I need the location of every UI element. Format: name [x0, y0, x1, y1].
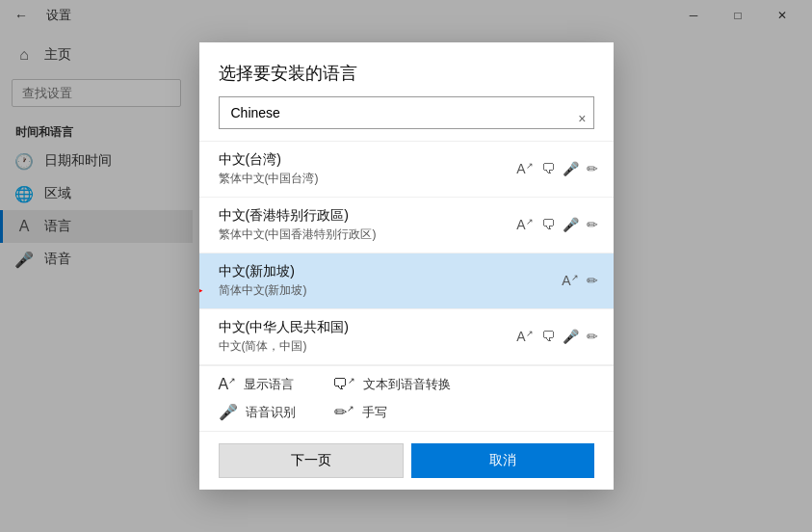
speech-recognition-icon: 🎤 — [563, 329, 579, 345]
legend-row: A↗ 显示语言 🗨↗ 文本到语音转换 — [199, 365, 614, 403]
cancel-button[interactable]: 取消 — [411, 443, 594, 478]
legend-tts-label: 文本到语音转换 — [363, 376, 451, 393]
language-list[interactable]: 中文(台湾) 繁体中文(中国台湾) A↗ 🗨 🎤 ✏ 中文(香港特别行政區) 繁… — [199, 141, 614, 365]
legend-display-lang-icon: A↗ — [219, 376, 237, 393]
list-item[interactable]: 中文(台湾) 繁体中文(中国台湾) A↗ 🗨 🎤 ✏ — [199, 142, 614, 198]
legend-speech-icon: 🎤 — [219, 403, 238, 421]
legend-display-lang-label: 显示语言 — [244, 376, 294, 393]
legend-handwriting-icon: ✏↗ — [334, 403, 354, 421]
next-button[interactable]: 下一页 — [219, 443, 404, 478]
tts-icon: 🗨 — [541, 161, 555, 177]
list-item[interactable]: 中文(新加坡) 简体中文(新加坡) A↗ ✏ ▶ — [199, 253, 614, 309]
display-lang-icon: A↗ — [516, 217, 533, 233]
legend-speech: 🎤 语音识别 — [219, 403, 296, 421]
lang-item-icons: A↗ 🗨 🎤 ✏ — [516, 161, 597, 177]
legend-speech-label: 语音识别 — [246, 404, 296, 421]
tts-icon: 🗨 — [541, 329, 555, 345]
list-item[interactable]: 中文(香港特别行政區) 繁体中文(中国香港特别行政区) A↗ 🗨 🎤 ✏ — [199, 198, 614, 253]
display-lang-icon: A↗ — [562, 273, 578, 289]
handwriting-icon: ✏ — [587, 161, 598, 177]
legend-tts-icon: 🗨↗ — [332, 376, 355, 393]
modal-overlay: 选择要安装的语言 × 中文(台湾) 繁体中文(中国台湾) A↗ 🗨 🎤 ✏ 中文… — [0, 0, 812, 532]
legend-handwriting-label: 手写 — [362, 404, 387, 421]
handwriting-icon: ✏ — [587, 217, 598, 233]
speech-recognition-icon: 🎤 — [563, 161, 579, 177]
legend-display-lang: A↗ 显示语言 — [219, 376, 295, 393]
lang-item-icons: A↗ 🗨 🎤 ✏ — [516, 217, 597, 233]
legend-tts: 🗨↗ 文本到语音转换 — [332, 376, 451, 393]
handwriting-icon: ✏ — [587, 273, 598, 289]
dialog-title: 选择要安装的语言 — [199, 42, 614, 96]
lang-item-icons: A↗ ✏ — [562, 273, 597, 289]
display-lang-icon: A↗ — [516, 161, 533, 177]
lang-item-native: 简体中文(新加坡) — [219, 282, 594, 299]
display-lang-icon: A↗ — [516, 329, 533, 345]
legend-row-2: 🎤 语音识别 ✏↗ 手写 — [199, 403, 614, 431]
language-install-dialog: 选择要安装的语言 × 中文(台湾) 繁体中文(中国台湾) A↗ 🗨 🎤 ✏ 中文… — [199, 42, 614, 490]
legend-handwriting: ✏↗ 手写 — [334, 403, 387, 421]
language-search-input[interactable] — [219, 96, 594, 129]
search-clear-button[interactable]: × — [578, 111, 586, 126]
dialog-search-wrapper: × — [199, 96, 614, 141]
handwriting-icon: ✏ — [587, 329, 598, 345]
lang-item-name: 中文(新加坡) — [219, 263, 594, 280]
tts-icon: 🗨 — [541, 217, 555, 233]
lang-item-icons: A↗ 🗨 🎤 ✏ — [516, 329, 597, 345]
selection-arrow: ▶ — [199, 276, 203, 303]
list-item[interactable]: 中文(中华人民共和国) 中文(简体，中国) A↗ 🗨 🎤 ✏ — [199, 309, 614, 365]
speech-recognition-icon: 🎤 — [563, 217, 579, 233]
dialog-footer: 下一页 取消 — [199, 431, 614, 490]
